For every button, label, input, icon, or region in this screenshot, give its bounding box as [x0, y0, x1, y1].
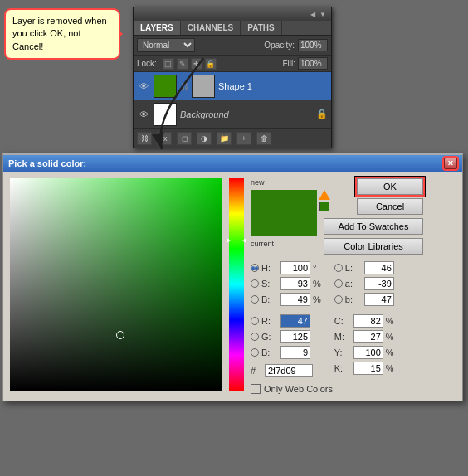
- opacity-input[interactable]: [298, 39, 328, 51]
- red-row: R:: [251, 314, 321, 328]
- m-unit: %: [386, 332, 394, 342]
- s-input[interactable]: [280, 277, 310, 290]
- hue-radio[interactable]: [251, 264, 259, 272]
- b3-label: b:: [345, 294, 362, 304]
- r-label: R:: [261, 316, 278, 326]
- y-input[interactable]: [353, 346, 383, 359]
- only-web-colors-checkbox[interactable]: [251, 384, 261, 394]
- main-buttons: OK Cancel Add To Swatches Color Librarie…: [324, 178, 423, 255]
- b2-radio[interactable]: [251, 348, 259, 357]
- brightness-row: B: %: [251, 293, 321, 306]
- a-radio[interactable]: [334, 279, 343, 288]
- tab-paths[interactable]: PATHS: [241, 21, 281, 35]
- layer-lock-icon: 🔒: [316, 109, 328, 119]
- new-label: new: [251, 178, 265, 187]
- layers-panel: ◀ ▼ LAYERS CHANNELS PATHS Normal Opacity…: [133, 7, 332, 148]
- ok-button[interactable]: OK: [357, 178, 423, 195]
- b3-radio[interactable]: [334, 295, 343, 304]
- preview-current-color: [251, 213, 317, 236]
- dialog-body: new current: [3, 172, 462, 401]
- layer-visibility-icon[interactable]: 👁: [137, 80, 150, 93]
- cancel-button[interactable]: Cancel: [357, 198, 423, 215]
- l-input[interactable]: [364, 261, 394, 274]
- m-row: M: %: [334, 330, 394, 343]
- lock-pixels-icon[interactable]: ✎: [177, 58, 188, 70]
- b-unit: %: [313, 294, 321, 304]
- a-label: a:: [345, 279, 362, 289]
- c-input[interactable]: [353, 314, 383, 328]
- lock-all-icon[interactable]: 🔒: [205, 58, 217, 70]
- a-input[interactable]: [364, 277, 394, 290]
- only-web-colors-label: Only Web Colors: [264, 384, 333, 394]
- new-group-icon[interactable]: 📁: [217, 132, 232, 145]
- tab-channels[interactable]: CHANNELS: [181, 21, 241, 35]
- lock-move-icon[interactable]: ✚: [191, 58, 202, 70]
- g-label: G:: [261, 332, 278, 342]
- k-row: K: %: [334, 362, 394, 375]
- l-label: L:: [345, 263, 362, 273]
- hue-spectrum-slider[interactable]: [229, 178, 244, 391]
- layer-row-background[interactable]: 👁 Background 🔒: [134, 100, 331, 129]
- callout-bubble: Layer is removed when you click OK, not …: [4, 8, 120, 60]
- b2-input[interactable]: [280, 346, 310, 359]
- layers-bottom-bar: ⛓ fx ◻ ◑ 📁 + 🗑: [134, 129, 331, 148]
- m-label: M:: [334, 332, 351, 342]
- fill-input[interactable]: [298, 57, 328, 70]
- l-row: L:: [334, 261, 394, 274]
- hue-slider-handle[interactable]: [227, 238, 246, 243]
- gamut-color-preview: [319, 202, 329, 211]
- tab-layers[interactable]: LAYERS: [134, 21, 181, 35]
- y-unit: %: [386, 347, 394, 357]
- k-input[interactable]: [353, 362, 383, 375]
- b3-input[interactable]: [364, 293, 394, 306]
- green-row: G:: [251, 330, 321, 343]
- layer-visibility-bg-icon[interactable]: 👁: [137, 108, 150, 121]
- b-radio[interactable]: [251, 295, 259, 304]
- blend-mode-select[interactable]: Normal: [137, 38, 195, 52]
- hex-row: #: [251, 364, 321, 377]
- layers-list: 👁 ⛓ Shape 1 👁 Background 🔒: [134, 72, 331, 129]
- panel-menu-btn[interactable]: ▼: [318, 10, 328, 18]
- b3-row: b:: [334, 293, 394, 306]
- r-input[interactable]: [280, 314, 310, 328]
- k-unit: %: [386, 363, 394, 373]
- y-row: Y: %: [334, 346, 394, 359]
- r-radio[interactable]: [251, 317, 259, 325]
- panel-collapse-btn[interactable]: ◀: [308, 10, 318, 18]
- layer-style-icon[interactable]: fx: [157, 132, 172, 145]
- opacity-label: Opacity:: [264, 41, 295, 50]
- g-input[interactable]: [280, 330, 310, 343]
- gradient-crosshair: [116, 331, 124, 339]
- add-mask-icon[interactable]: ◻: [177, 132, 192, 145]
- delete-layer-icon[interactable]: 🗑: [256, 132, 271, 145]
- add-to-swatches-button[interactable]: Add To Swatches: [324, 218, 423, 235]
- color-gradient-picker[interactable]: [10, 178, 222, 391]
- g-radio[interactable]: [251, 333, 259, 341]
- lock-transparent-icon[interactable]: ◫: [163, 58, 174, 70]
- color-values: H: ° S: % B: %: [251, 261, 456, 377]
- lock-bar: Lock: ◫ ✎ ✚ 🔒 Fill:: [134, 56, 331, 72]
- new-layer-icon[interactable]: +: [236, 132, 251, 145]
- top-right: new current: [251, 178, 456, 255]
- adjustment-layer-icon[interactable]: ◑: [197, 132, 212, 145]
- layer-link-icon: ⛓: [180, 75, 188, 98]
- saturation-row: S: %: [251, 277, 321, 290]
- dialog-close-button[interactable]: ✕: [444, 158, 457, 169]
- link-layers-icon[interactable]: ⛓: [137, 132, 152, 145]
- current-label: current: [251, 240, 317, 248]
- c-unit: %: [386, 316, 394, 326]
- lock-label: Lock:: [137, 59, 157, 68]
- panel-toolbar: Normal Opacity:: [134, 36, 331, 56]
- color-libraries-button[interactable]: Color Libraries: [324, 238, 423, 255]
- h-label: H:: [261, 263, 278, 273]
- s-radio[interactable]: [251, 279, 259, 288]
- hex-input[interactable]: [265, 364, 313, 377]
- h-input[interactable]: [280, 261, 310, 274]
- color-picker-dialog: Pick a solid color: ✕ new: [2, 153, 463, 401]
- l-radio[interactable]: [334, 264, 343, 272]
- dialog-titlebar: Pick a solid color: ✕: [3, 155, 462, 172]
- b-input[interactable]: [280, 293, 310, 306]
- m-input[interactable]: [353, 330, 383, 343]
- layer-row-shape1[interactable]: 👁 ⛓ Shape 1: [134, 72, 331, 100]
- gamut-warning-icon[interactable]: [319, 190, 330, 200]
